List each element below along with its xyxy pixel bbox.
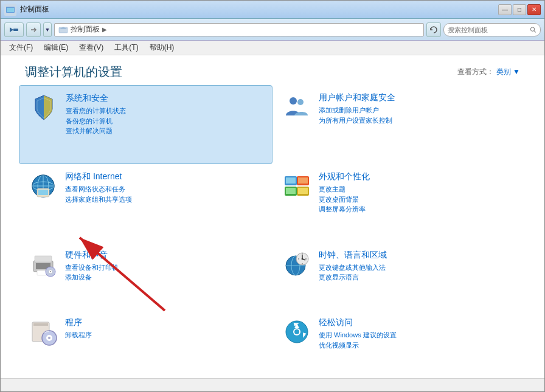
svg-rect-24	[298, 188, 308, 194]
programs-icon	[29, 317, 58, 346]
view-mode-value[interactable]: 类别 ▼	[496, 67, 520, 77]
appearance-links: 更改主题 更改桌面背景 调整屏幕分辨率	[319, 184, 370, 215]
network-link-1[interactable]: 查看网络状态和任务	[65, 184, 132, 194]
title-bar-buttons: — □ ✕	[498, 4, 541, 15]
clock-icon	[282, 250, 311, 279]
search-box[interactable]	[443, 23, 541, 36]
appearance-title[interactable]: 外观和个性化	[319, 171, 370, 182]
maximize-button[interactable]: □	[513, 4, 526, 15]
hardware-title[interactable]: 硬件和声音	[65, 250, 119, 261]
svg-rect-1	[7, 8, 14, 12]
system-security-text: 系统和安全 查看您的计算机状态 备份您的计算机 查找并解决问题	[66, 93, 126, 136]
svg-point-50	[294, 329, 299, 334]
network-icon	[29, 171, 58, 201]
appearance-link-1[interactable]: 更改主题	[319, 184, 370, 194]
clock-text: 时钟、语言和区域 更改键盘或其他输入法 更改显示语言	[319, 250, 387, 283]
svg-rect-2	[6, 7, 15, 8]
svg-line-6	[534, 30, 536, 32]
svg-point-8	[297, 99, 304, 105]
path-label: 控制面板	[71, 24, 100, 35]
programs-text: 程序 卸载程序	[65, 317, 92, 340]
system-security-title[interactable]: 系统和安全	[66, 93, 126, 104]
hardware-text: 硬件和声音 查看设备和打印机 添加设备	[65, 250, 119, 283]
svg-rect-20	[298, 177, 308, 184]
menu-bar: 文件(F) 编辑(E) 查看(V) 工具(T) 帮助(H)	[1, 41, 544, 55]
accessibility-link-1[interactable]: 使用 Windows 建议的设置	[319, 330, 397, 340]
network-links: 查看网络状态和任务 选择家庭组和共享选项	[65, 184, 132, 204]
page-title: 调整计算机的设置	[25, 64, 122, 80]
menu-help[interactable]: 帮助(H)	[145, 41, 179, 54]
path-arrow: ▶	[102, 26, 107, 33]
cp-item-network[interactable]: 网络和 Internet 查看网络状态和任务 选择家庭组和共享选项	[19, 164, 272, 242]
window-icon	[4, 4, 16, 16]
svg-rect-16	[38, 190, 48, 195]
minimize-button[interactable]: —	[498, 4, 512, 15]
hardware-icon	[29, 250, 58, 279]
cp-item-system-security[interactable]: 系统和安全 查看您的计算机状态 备份您的计算机 查找并解决问题	[19, 85, 272, 164]
hardware-link-2[interactable]: 添加设备	[65, 272, 119, 283]
svg-point-31	[50, 271, 51, 272]
network-title[interactable]: 网络和 Internet	[65, 171, 132, 182]
appearance-icon	[282, 171, 311, 201]
main-wrapper: 调整计算机的设置 查看方式： 类别 ▼	[1, 55, 544, 378]
menu-view[interactable]: 查看(V)	[74, 41, 108, 54]
view-mode-label: 查看方式：	[457, 67, 494, 77]
system-security-link-1[interactable]: 查看您的计算机状态	[66, 106, 126, 116]
menu-edit[interactable]: 编辑(E)	[39, 41, 73, 54]
address-path[interactable]: 控制面板 ▶	[54, 23, 424, 36]
menu-tools[interactable]: 工具(T)	[109, 41, 143, 54]
clock-title[interactable]: 时钟、语言和区域	[319, 250, 387, 261]
user-accounts-icon	[282, 92, 311, 122]
svg-point-7	[290, 97, 297, 105]
system-security-link-3[interactable]: 查找并解决问题	[66, 126, 126, 136]
svg-rect-18	[286, 177, 296, 184]
accessibility-title[interactable]: 轻松访问	[319, 317, 397, 328]
network-link-2[interactable]: 选择家庭组和共享选项	[65, 194, 132, 205]
system-security-links: 查看您的计算机状态 备份您的计算机 查找并解决问题	[66, 106, 126, 136]
control-panel-grid: 系统和安全 查看您的计算机状态 备份您的计算机 查找并解决问题	[1, 85, 544, 378]
svg-point-5	[531, 27, 535, 30]
search-input[interactable]	[448, 26, 527, 33]
appearance-link-2[interactable]: 更改桌面背景	[319, 194, 370, 205]
hardware-links: 查看设备和打印机 添加设备	[65, 263, 119, 283]
user-accounts-title[interactable]: 用户帐户和家庭安全	[319, 92, 395, 103]
page-header: 调整计算机的设置 查看方式： 类别 ▼	[1, 55, 544, 85]
close-button[interactable]: ✕	[527, 4, 541, 15]
view-mode: 查看方式： 类别 ▼	[457, 67, 520, 77]
network-text: 网络和 Internet 查看网络状态和任务 选择家庭组和共享选项	[65, 171, 132, 204]
accessibility-link-2[interactable]: 优化视频显示	[319, 340, 397, 351]
clock-link-1[interactable]: 更改键盘或其他输入法	[319, 263, 387, 273]
svg-rect-27	[35, 256, 52, 262]
user-accounts-links: 添加或删除用户帐户 为所有用户设置家长控制	[319, 105, 395, 125]
user-accounts-link-1[interactable]: 添加或删除用户帐户	[319, 105, 395, 115]
main-content: 调整计算机的设置 查看方式： 类别 ▼	[1, 55, 544, 378]
cp-item-programs[interactable]: 程序 卸载程序	[19, 310, 272, 378]
system-security-icon	[29, 93, 58, 122]
svg-rect-22	[286, 188, 296, 194]
recent-button[interactable]: ▼	[43, 22, 52, 37]
user-accounts-link-2[interactable]: 为所有用户设置家长控制	[319, 115, 395, 126]
address-bar: ▼ 控制面板 ▶	[1, 19, 544, 41]
programs-link-1[interactable]: 卸载程序	[65, 330, 92, 340]
appearance-link-3[interactable]: 调整屏幕分辨率	[319, 204, 370, 215]
accessibility-icon	[282, 317, 311, 346]
cp-item-user-accounts[interactable]: 用户帐户和家庭安全 添加或删除用户帐户 为所有用户设置家长控制	[272, 85, 526, 164]
system-security-link-2[interactable]: 备份您的计算机	[66, 116, 126, 126]
accessibility-text: 轻松访问 使用 Windows 建议的设置 优化视频显示	[319, 317, 397, 350]
back-button[interactable]	[4, 22, 24, 37]
user-accounts-text: 用户帐户和家庭安全 添加或删除用户帐户 为所有用户设置家长控制	[319, 92, 395, 125]
cp-item-hardware[interactable]: 硬件和声音 查看设备和打印机 添加设备	[19, 242, 272, 311]
refresh-button[interactable]	[426, 22, 441, 37]
programs-title[interactable]: 程序	[65, 317, 92, 328]
svg-rect-44	[33, 323, 48, 326]
hardware-link-1[interactable]: 查看设备和打印机	[65, 263, 119, 273]
status-bar	[1, 378, 544, 391]
cp-item-clock[interactable]: 时钟、语言和区域 更改键盘或其他输入法 更改显示语言	[272, 242, 526, 311]
forward-button[interactable]	[26, 22, 41, 37]
clock-link-2[interactable]: 更改显示语言	[319, 272, 387, 283]
menu-file[interactable]: 文件(F)	[4, 41, 38, 54]
programs-links: 卸载程序	[65, 330, 92, 340]
svg-rect-3	[13, 29, 18, 31]
cp-item-accessibility[interactable]: 轻松访问 使用 Windows 建议的设置 优化视频显示	[272, 310, 526, 378]
cp-item-appearance[interactable]: 外观和个性化 更改主题 更改桌面背景 调整屏幕分辨率	[272, 164, 526, 242]
